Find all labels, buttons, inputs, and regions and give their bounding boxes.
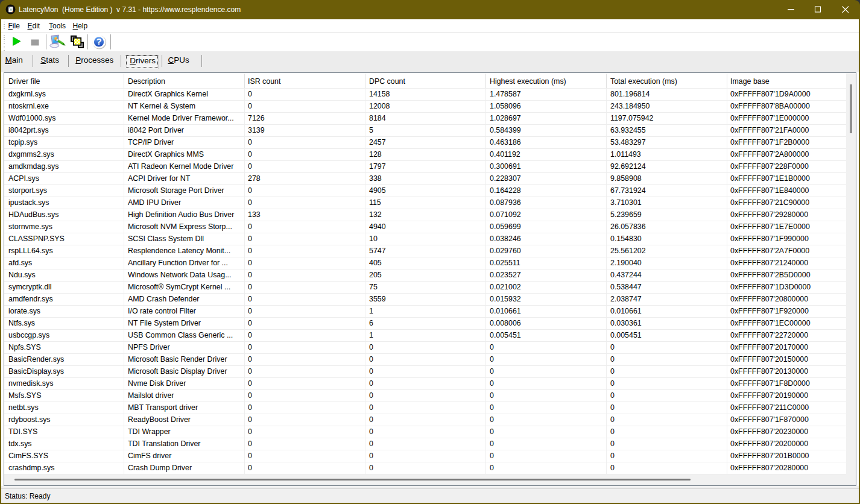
svg-text:?: ? <box>96 36 101 46</box>
